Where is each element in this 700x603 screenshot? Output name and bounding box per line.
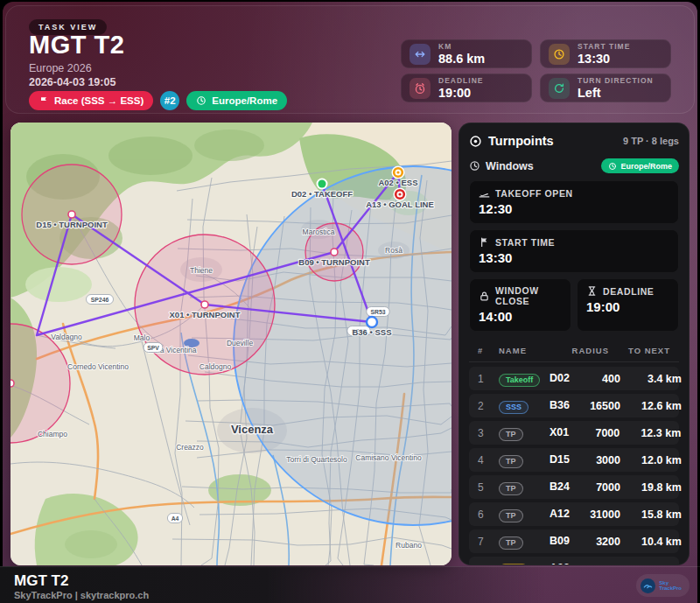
clock-icon xyxy=(469,160,480,172)
window-card-window-close: WINDOW CLOSE 14:00 xyxy=(469,278,571,332)
city-label-caldogno: Caldogno xyxy=(200,362,232,371)
stat-card-turn-direction: TURN DIRECTION Left xyxy=(540,74,671,102)
city-label-cornedo-vicentino: Cornedo Vicentino xyxy=(67,362,129,371)
turnpoints-summary: 9 TP · 8 legs xyxy=(623,136,679,146)
stat-cards: KM 88.6 km START TIME 13:30 DEADLINE 19:… xyxy=(401,39,671,102)
turnpoint-row-D15[interactable]: 4 TP D15 3000 12.0 km xyxy=(469,448,679,472)
city-label-vicenza: Vicenza xyxy=(231,423,274,436)
header-badge-race: Race (SSS → ESS) xyxy=(29,91,153,110)
col-num: # xyxy=(478,346,499,355)
turnpoint-radius: 16500 xyxy=(570,400,620,412)
map-marker-D15[interactable] xyxy=(68,211,75,218)
turnpoint-to-next: 12.3 km xyxy=(620,427,681,439)
skytrackpro-logo: Sky TrackPro xyxy=(636,574,690,597)
header-badge-number: #2 xyxy=(160,91,179,110)
stat-label: KM xyxy=(438,42,485,51)
turnpoint-radius: 500 xyxy=(570,563,620,566)
badge-label: Europe/Rome xyxy=(212,95,277,106)
type-badge-ess: ESS xyxy=(499,564,528,565)
road-badge-sr53: SR53 xyxy=(367,307,389,317)
turnpoint-radius: 7000 xyxy=(569,427,620,439)
map-marker-D02[interactable] xyxy=(317,179,328,190)
road-badge-spv: SPV xyxy=(144,343,163,353)
stat-value: 88.6 km xyxy=(438,52,485,66)
map-marker-A13[interactable] xyxy=(394,188,407,201)
header-badges: Race (SSS → ESS)#2Europe/Rome xyxy=(29,91,287,110)
turnpoint-row-B24[interactable]: 5 TP B24 7000 19.8 km xyxy=(469,475,679,499)
stat-value: Left xyxy=(578,86,654,100)
city-label-marostica: Marostica xyxy=(303,228,335,236)
turnpoint-to-next: 19.8 km xyxy=(620,481,682,494)
turnpoint-radius: 7000 xyxy=(570,481,620,494)
turnpoint-name: B36 xyxy=(550,399,570,411)
turnpoint-to-next: 15.8 km xyxy=(620,508,682,521)
svg-text:SP246: SP246 xyxy=(91,297,109,303)
flag-icon xyxy=(38,95,49,106)
col-radius: RADIUS xyxy=(558,346,609,355)
flagpole-icon xyxy=(479,236,490,248)
turnpoint-row-B09[interactable]: 7 TP B09 3200 10.4 km xyxy=(469,529,679,553)
type-badge-tp: TP xyxy=(499,428,523,442)
stat-card-deadline: DEADLINE 19:00 xyxy=(401,74,532,102)
timezone-badge: Europe/Rome xyxy=(601,158,679,173)
map-marker-A02[interactable] xyxy=(392,166,405,179)
page-title: MGT T2 xyxy=(29,31,124,60)
turnpoint-name: X01 xyxy=(550,426,569,438)
turnpoint-to-next: 2.3 km xyxy=(620,563,682,566)
map-marker-B24[interactable] xyxy=(10,380,14,387)
map-marker-B09[interactable] xyxy=(331,249,338,256)
waypoint-label-A02: A02 • ESS xyxy=(378,178,417,187)
col-tonext: TO NEXT xyxy=(609,346,670,355)
city-label-torri-di-quartesolo: Torri di Quartesolo xyxy=(286,455,347,464)
map-marker-X01[interactable] xyxy=(201,301,208,308)
svg-text:A4: A4 xyxy=(172,515,179,522)
row-number: 6 xyxy=(478,508,499,521)
type-badge-takeoff: Takeoff xyxy=(499,374,540,388)
turnpoint-row-B36[interactable]: 2 SSS B36 16500 12.6 km xyxy=(469,394,679,417)
type-badge-tp: TP xyxy=(499,482,523,496)
turnpoint-row-A02[interactable]: 8 ESS A02 500 2.3 km xyxy=(469,557,679,565)
turnpoint-row-A12[interactable]: 6 TP A12 31000 15.8 km xyxy=(469,502,679,526)
turnpoint-table: 1 Takeoff D02 400 3.4 km2 SSS B36 16500 … xyxy=(469,367,679,565)
turnpoint-name: A02 xyxy=(550,562,570,565)
type-badge-tp: TP xyxy=(499,509,523,523)
badge-label: Race (SSS → ESS) xyxy=(54,95,144,106)
waypoint-label-B36: B36 • SSS xyxy=(352,327,391,337)
row-number: 4 xyxy=(478,454,499,466)
row-number: 5 xyxy=(478,481,499,494)
turnpoint-name: B09 xyxy=(550,535,570,547)
turnpoint-radius: 400 xyxy=(570,373,620,385)
refresh-icon xyxy=(549,78,570,99)
footer-title: MGT T2 xyxy=(14,572,68,590)
waypoint-label-A13: A13 • GOAL LINE xyxy=(366,200,434,209)
city-label-malo: Malo xyxy=(134,333,150,342)
city-label-rosà: Rosà xyxy=(385,246,402,255)
header-panel: TASK VIEW MGT T2 Europe 2026 2026-04-03 … xyxy=(5,5,695,114)
turnpoint-row-D02[interactable]: 1 Takeoff D02 400 3.4 km xyxy=(469,367,679,390)
lock-icon xyxy=(479,291,490,302)
window-label: DEADLINE xyxy=(603,286,654,297)
table-header: # NAME RADIUS TO NEXT xyxy=(469,342,679,362)
badge-label: #2 xyxy=(164,95,176,106)
turnpoint-to-next: 12.0 km xyxy=(620,454,682,466)
row-number: 3 xyxy=(478,427,499,439)
turnpoint-row-X01[interactable]: 3 TP X01 7000 12.3 km xyxy=(469,421,679,445)
stat-card-start-time: START TIME 13:30 xyxy=(540,39,671,68)
stat-value: 19:00 xyxy=(438,86,483,100)
turnpoint-to-next: 12.6 km xyxy=(620,400,682,412)
city-label-thiene: Thiene xyxy=(190,266,213,275)
hourglass-icon xyxy=(586,285,598,297)
road-badge-a4: A4 xyxy=(167,514,182,523)
turnpoint-radius: 3000 xyxy=(570,454,620,466)
map-marker-B36[interactable] xyxy=(367,317,377,327)
city-label-chiampo: Chiampo xyxy=(38,430,67,438)
task-map[interactable]: ThieneMaloIsola VicentinaDuevilleCaldogn… xyxy=(10,123,452,565)
turnpoint-to-next: 3.4 km xyxy=(620,373,682,385)
turnpoint-radius: 3200 xyxy=(570,536,620,548)
logo-wave-icon xyxy=(640,578,655,593)
turnpoint-radius: 31000 xyxy=(570,508,620,521)
alarm-icon xyxy=(410,78,430,99)
window-value: 12:30 xyxy=(479,201,669,216)
turnpoint-name: B24 xyxy=(550,480,570,493)
waypoint-label-X01: X01 • TURNPOINT xyxy=(170,310,241,319)
